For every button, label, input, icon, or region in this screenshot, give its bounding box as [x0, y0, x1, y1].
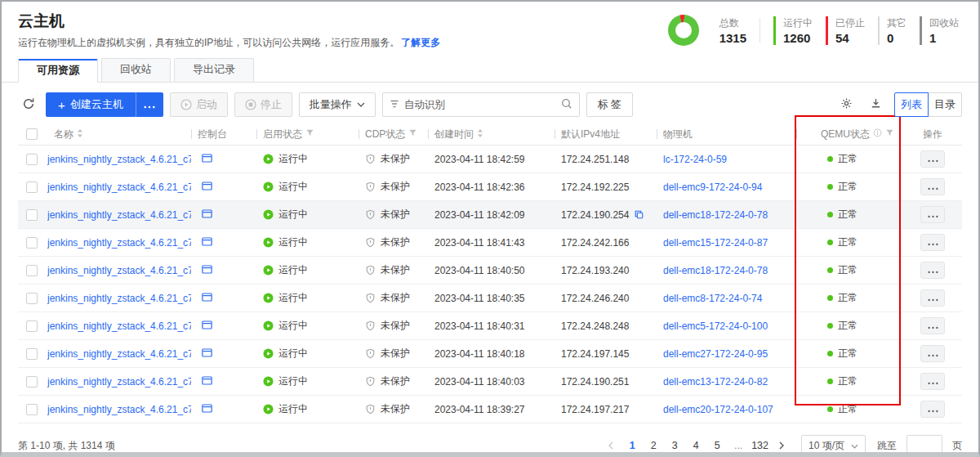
row-checkbox[interactable] [26, 376, 38, 388]
row-actions-button[interactable] [920, 289, 945, 307]
export-button[interactable] [865, 92, 886, 117]
view-list-button[interactable]: 列表 [894, 92, 929, 117]
created-time-text: 2023-04-11 18:40:50 [434, 265, 525, 276]
console-icon[interactable] [201, 263, 213, 278]
row-actions-button[interactable] [920, 206, 945, 223]
row-checkbox[interactable] [26, 404, 38, 415]
console-icon[interactable] [201, 152, 213, 167]
header-created-time[interactable]: 创建时间 [428, 128, 555, 141]
console-icon[interactable] [201, 374, 213, 389]
vm-name-link[interactable]: jenkins_nightly_zstack_4.6.21_c79_l... [47, 320, 191, 332]
shield-icon [365, 154, 376, 164]
row-checkbox[interactable] [26, 320, 38, 332]
row-actions-button[interactable] [920, 345, 945, 362]
host-link[interactable]: dell-emc20-172-24-0-107 [663, 404, 773, 415]
row-actions-button[interactable] [920, 401, 945, 418]
vm-name-link[interactable]: jenkins_nightly_zstack_4.6.21_c79_l... [47, 265, 191, 276]
tab-export-records[interactable]: 导出记录 [174, 58, 254, 82]
qemu-status-text: 正常 [838, 208, 858, 222]
console-icon[interactable] [201, 235, 213, 250]
learn-more-link[interactable]: 了解更多 [401, 37, 440, 48]
tag-button[interactable]: 标签 [586, 92, 633, 117]
host-link[interactable]: dell-emc18-172-24-0-78 [663, 265, 768, 276]
sort-icon[interactable] [477, 128, 483, 141]
host-link[interactable]: dell-emc9-172-24-0-94 [663, 181, 762, 193]
page-button[interactable]: 2 [645, 436, 662, 455]
create-vm-label: 创建云主机 [70, 97, 123, 112]
tab-available-resources[interactable]: 可用资源 [18, 59, 98, 83]
page-button[interactable]: 3 [666, 436, 683, 455]
page-button[interactable]: 1 [624, 436, 640, 455]
header-ipv4-label: 默认IPv4地址 [561, 128, 620, 141]
cdp-status-text: 未保护 [381, 374, 410, 388]
copy-icon[interactable] [634, 209, 644, 220]
row-actions-button[interactable] [920, 373, 945, 390]
console-icon[interactable] [201, 347, 213, 361]
create-vm-more-button[interactable] [136, 92, 163, 117]
refresh-button[interactable] [18, 92, 39, 117]
host-link[interactable]: dell-emc5-172-24-0-100 [663, 320, 768, 332]
host-link[interactable]: lc-172-24-0-59 [663, 154, 727, 165]
next-page-button[interactable] [773, 436, 790, 455]
row-checkbox[interactable] [26, 181, 38, 193]
header-name[interactable]: 名称 [47, 128, 191, 141]
row-actions-button[interactable] [920, 178, 945, 195]
sort-icon[interactable] [77, 128, 83, 141]
row-checkbox[interactable] [26, 293, 38, 304]
vm-name-link[interactable]: jenkins_nightly_zstack_4.6.21_c79_l... [47, 376, 191, 388]
host-link[interactable]: dell-emc13-172-24-0-82 [663, 376, 768, 388]
view-catalog-button[interactable]: 目录 [928, 92, 962, 117]
stop-button[interactable]: 停止 [234, 92, 292, 117]
console-icon[interactable] [201, 208, 213, 222]
header-host-label: 物理机 [663, 128, 693, 141]
search-icon[interactable] [561, 98, 572, 112]
page-button[interactable]: 5 [709, 436, 725, 455]
filter-icon[interactable] [885, 128, 894, 140]
vm-name-link[interactable]: jenkins_nightly_zstack_4.6.21_c79_l... [47, 209, 191, 221]
header-enable-status[interactable]: 启用状态 [256, 128, 359, 141]
table-row: jenkins_nightly_zstack_4.6.21_c79_l... 运… [18, 368, 962, 396]
console-icon[interactable] [201, 319, 213, 334]
row-checkbox[interactable] [26, 265, 38, 276]
vm-name-link[interactable]: jenkins_nightly_zstack_4.6.21_c79_l... [47, 348, 191, 360]
toolbar: + 创建云主机 启动 停止 [2, 83, 978, 123]
host-link[interactable]: dell-emc8-172-24-0-74 [663, 293, 762, 304]
row-checkbox[interactable] [26, 154, 38, 165]
row-checkbox[interactable] [26, 237, 38, 249]
create-vm-button[interactable]: + 创建云主机 [46, 92, 136, 117]
page-button[interactable]: 4 [688, 436, 704, 455]
row-checkbox[interactable] [26, 209, 38, 221]
header-qemu-status[interactable]: QEMU状态 [796, 128, 900, 141]
header-cdp-status[interactable]: CDP状态 [359, 128, 428, 141]
select-all-checkbox[interactable] [26, 128, 38, 140]
host-link[interactable]: dell-emc15-172-24-0-87 [663, 237, 768, 249]
row-actions-button[interactable] [920, 262, 945, 279]
settings-button[interactable] [835, 92, 857, 117]
vm-name-link[interactable]: jenkins_nightly_zstack_4.6.21_c79_l... [47, 404, 191, 415]
vm-name-link[interactable]: jenkins_nightly_zstack_4.6.21_c79_l... [47, 237, 191, 249]
prev-page-button[interactable] [603, 436, 619, 455]
console-icon[interactable] [201, 180, 213, 195]
start-button[interactable]: 启动 [170, 92, 228, 117]
filter-icon[interactable] [305, 128, 314, 140]
row-actions-button[interactable] [920, 317, 945, 334]
stat-divider [760, 18, 760, 43]
row-checkbox[interactable] [26, 348, 38, 360]
filter-icon[interactable] [408, 128, 417, 140]
info-icon[interactable] [873, 128, 882, 140]
page-size-select[interactable]: 10 项/页 [801, 435, 866, 456]
vm-name-link[interactable]: jenkins_nightly_zstack_4.6.21_c79_l... [47, 154, 191, 165]
vm-name-link[interactable]: jenkins_nightly_zstack_4.6.21_c76_l... [47, 181, 191, 193]
tab-recycle-bin[interactable]: 回收站 [101, 58, 171, 82]
search-input[interactable] [404, 99, 556, 110]
host-link[interactable]: dell-emc27-172-24-0-95 [663, 348, 768, 360]
host-link[interactable]: dell-emc18-172-24-0-78 [663, 209, 768, 221]
console-icon[interactable] [201, 291, 213, 306]
batch-actions-button[interactable]: 批量操作 [299, 92, 376, 117]
vm-name-link[interactable]: jenkins_nightly_zstack_4.6.21_c76_l... [47, 293, 191, 304]
row-actions-button[interactable] [920, 150, 945, 168]
page-button[interactable]: 132 [751, 436, 768, 455]
console-icon[interactable] [201, 402, 213, 417]
jump-page-input[interactable] [906, 435, 942, 456]
row-actions-button[interactable] [920, 234, 945, 251]
